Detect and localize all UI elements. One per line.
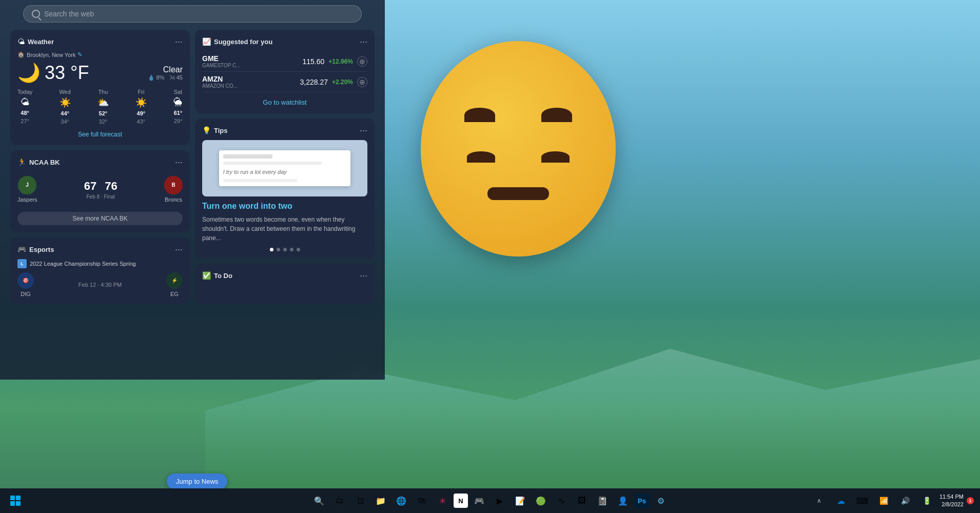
see-full-forecast-link[interactable]: See full forecast — [17, 131, 183, 138]
esports-team1-name: DIG — [21, 291, 31, 297]
taskbar-file-explorer-icon[interactable]: 🗂 — [330, 491, 349, 510]
tips-dot-1[interactable] — [270, 248, 273, 251]
stock-row-gme: GME GAMESTOP C... 115.60 +12.96% ⊕ — [202, 51, 367, 72]
ncaa-team1-logo: J — [18, 176, 36, 194]
ncaa-team1-name: Jaspers — [17, 196, 37, 203]
taskbar-store-icon[interactable]: 🛍 — [413, 491, 431, 510]
notification-area[interactable]: 1 — [967, 497, 974, 504]
emoji-eye-right — [541, 108, 572, 122]
tips-preview-text: I try to run a lot every day — [223, 169, 347, 175]
taskbar-green-icon[interactable]: 🟢 — [532, 491, 550, 510]
tips-more-button[interactable]: ··· — [360, 126, 367, 135]
stock-gme-change: +12.96% — [328, 58, 353, 65]
forecast-today: Today 🌤 48° 27° — [17, 89, 32, 125]
taskbar-right: ∧ ☁ ⌨ 📶 🔊 🔋 11:54 PM 2/8/2022 1 — [810, 491, 974, 510]
jump-to-news-button[interactable]: Jump to News — [167, 473, 227, 489]
taskbar-slack-icon[interactable]: ✳ — [433, 491, 452, 510]
esports-event-logo: L — [17, 259, 27, 268]
stock-gme-name: GAMESTOP C... — [202, 63, 241, 68]
tips-pagination-dots — [202, 248, 367, 251]
go-to-watchlist-link[interactable]: Go to watchlist — [202, 98, 367, 106]
ncaa-widget: 🏃 NCAA BK ··· J Jaspers 67 — [10, 150, 190, 232]
widgets-col-left: 🌤 Weather ··· 🏠 Brooklyn, New York ✎ 🌙 3… — [10, 30, 190, 304]
ncaa-team2-name: Broncs — [165, 196, 182, 203]
stock-amzn-name: AMAZON CO... — [202, 83, 238, 89]
taskbar-photo-icon[interactable]: 🖼 — [573, 491, 591, 510]
ncaa-team2: B Broncs — [164, 176, 183, 203]
search-bar[interactable]: Search the web — [23, 5, 362, 23]
esports-team2: ⚡ EG — [166, 272, 183, 297]
svg-text:J: J — [26, 182, 29, 188]
taskbar-edge-icon[interactable]: 🌐 — [392, 491, 410, 510]
taskbar-widgets-icon[interactable]: ⊡ — [351, 491, 369, 510]
search-icon — [32, 10, 40, 18]
esports-team2-logo: ⚡ — [166, 272, 183, 289]
taskbar-gaming2-icon[interactable]: ▶ — [491, 491, 509, 510]
svg-text:🎯: 🎯 — [23, 277, 29, 284]
esports-more-button[interactable]: ··· — [175, 245, 183, 254]
taskbar-wifi-icon[interactable]: 📶 — [875, 491, 893, 510]
stock-gme-price: 115.60 — [302, 57, 324, 66]
see-more-ncaa-button[interactable]: See more NCAA BK — [17, 212, 183, 225]
taskbar-xbox-icon[interactable]: 🎮 — [470, 491, 488, 510]
weather-widget: 🌤 Weather ··· 🏠 Brooklyn, New York ✎ 🌙 3… — [10, 30, 190, 145]
stocks-widget: 📈 Suggested for you ··· GME GAMESTOP C..… — [195, 30, 375, 113]
taskbar-clock[interactable]: 11:54 PM 2/8/2022 — [939, 493, 964, 509]
ncaa-widget-title: NCAA BK — [29, 159, 60, 166]
taskbar-settings-icon[interactable]: ⚙ — [652, 491, 670, 510]
stock-amzn-add[interactable]: ⊕ — [357, 77, 367, 87]
tips-dot-3[interactable] — [283, 248, 287, 251]
taskbar-chevron-up-icon[interactable]: ∧ — [810, 491, 829, 510]
tips-dot-2[interactable] — [277, 248, 280, 251]
ncaa-game: J Jaspers 67 76 Feb 8 · Final — [17, 172, 183, 207]
taskbar-time: 11:54 PM — [939, 493, 964, 501]
esports-match-time: Feb 12 · 4:30 PM — [79, 282, 122, 288]
tips-widget-title: Tips — [214, 127, 228, 134]
tips-widget-icon: 💡 — [202, 126, 211, 134]
todo-more-button[interactable]: ··· — [360, 271, 367, 280]
taskbar-notes-icon[interactable]: 📝 — [511, 491, 530, 510]
taskbar-people-icon[interactable]: 👤 — [614, 491, 632, 510]
taskbar: 🔍 🗂 ⊡ 📁 🌐 🛍 ✳ N 🎮 ▶ 📝 🟢 ∿ 🖼 📓 👤 Ps ⚙ ∧ ☁… — [0, 488, 980, 513]
widget-panel: Search the web 🌤 Weather ··· 🏠 Brooklyn,… — [0, 0, 385, 380]
taskbar-folder-icon[interactable]: 📁 — [371, 491, 390, 510]
todo-widget: ✅ To Do ··· — [195, 264, 375, 304]
weather-icon: 🌙 — [17, 62, 41, 84]
forecast-wed: Wed ☀️ 44° 34° — [59, 89, 70, 125]
ncaa-score2: 76 — [105, 180, 117, 193]
esports-team1-logo: 🎯 — [17, 272, 34, 289]
start-button[interactable] — [6, 491, 25, 510]
stocks-widget-title: Suggested for you — [214, 38, 272, 46]
taskbar-onedrive-icon[interactable]: ☁ — [832, 491, 850, 510]
tips-dot-5[interactable] — [297, 248, 300, 251]
taskbar-keyboard-icon[interactable]: ⌨ — [853, 491, 872, 510]
ncaa-game-info: Feb 8 · Final — [86, 194, 115, 200]
stock-amzn-price: 3,228.27 — [300, 78, 328, 86]
ncaa-more-button[interactable]: ··· — [175, 157, 183, 167]
taskbar-date: 2/8/2022 — [942, 501, 964, 508]
weather-location: 🏠 Brooklyn, New York ✎ — [17, 51, 183, 58]
stocks-more-button[interactable]: ··· — [360, 37, 367, 46]
emoji-eye-left — [464, 108, 495, 122]
stock-row-amzn: AMZN AMAZON CO... 3,228.27 +2.20% ⊕ — [202, 72, 367, 92]
taskbar-volume-icon[interactable]: 🔊 — [896, 491, 915, 510]
tips-tip-desc: Sometimes two words become one, even whe… — [202, 215, 367, 243]
stock-gme-add[interactable]: ⊕ — [357, 56, 367, 67]
esports-team2-name: EG — [170, 291, 179, 297]
taskbar-photoshop-icon[interactable]: Ps — [634, 494, 650, 508]
taskbar-onenote-icon[interactable]: 📓 — [593, 491, 612, 510]
tips-tip-title: Turn one word into two — [202, 202, 367, 211]
todo-widget-icon: ✅ — [202, 271, 211, 280]
taskbar-battery-icon[interactable]: 🔋 — [918, 491, 936, 510]
esports-match: 🎯 DIG Feb 12 · 4:30 PM ⚡ EG — [17, 272, 183, 297]
search-input-placeholder[interactable]: Search the web — [44, 10, 94, 18]
esports-event: L 2022 League Championship Series Spring — [17, 259, 183, 268]
taskbar-search-icon[interactable]: 🔍 — [310, 491, 328, 510]
taskbar-notion-icon[interactable]: N — [454, 494, 468, 508]
taskbar-wavy-icon[interactable]: ∿ — [552, 491, 571, 510]
ncaa-widget-icon: 🏃 — [17, 158, 26, 166]
svg-text:⚡: ⚡ — [171, 277, 178, 284]
weather-more-button[interactable]: ··· — [175, 37, 183, 46]
tips-preview-image: I try to run a lot every day — [202, 140, 367, 196]
tips-dot-4[interactable] — [290, 248, 293, 251]
